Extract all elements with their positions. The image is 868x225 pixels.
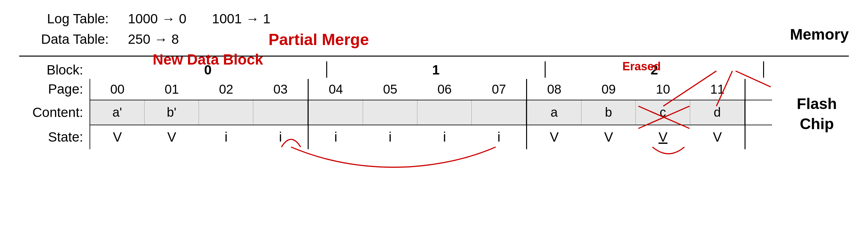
- state-row-grid: V V i i i i i: [90, 125, 772, 149]
- page-05: 05: [363, 82, 417, 97]
- content-00: a': [90, 100, 145, 125]
- content-07: [472, 100, 526, 125]
- page-04: 04: [309, 82, 363, 97]
- content-08: a: [527, 100, 582, 125]
- pages-row: 00 01 02 03 04 05 06 07 08 09 10 11: [90, 79, 772, 100]
- page-06: 06: [417, 82, 472, 97]
- data-entry-0: 250 → 8: [128, 30, 179, 49]
- content-10: c: [636, 100, 690, 125]
- content-divider-3: [745, 100, 745, 125]
- data-table-label: Data Table:: [19, 30, 109, 49]
- main-container: Log Table: 1000 → 0 1001 → 1 Data Table:…: [0, 0, 868, 225]
- state-10: V: [636, 129, 690, 145]
- data-key-0: 250: [128, 30, 150, 49]
- data-val-0: 8: [172, 30, 179, 49]
- log-entry-1: 1001 → 1: [212, 9, 271, 28]
- partial-merge-label: Partial Merge: [268, 28, 369, 51]
- flash-chip-container: FlashChip: [785, 79, 849, 149]
- state-04: i: [309, 129, 363, 145]
- page-09: 09: [582, 82, 636, 97]
- state-09: V: [582, 129, 636, 145]
- page-divider-3: [745, 79, 745, 100]
- log-table-values: 1000 → 0 1001 → 1: [128, 9, 271, 28]
- content-03: [253, 100, 308, 125]
- state-03: i: [253, 129, 308, 145]
- page-10: 10: [636, 82, 690, 97]
- state-07: i: [472, 129, 526, 145]
- content-09: b: [582, 100, 636, 125]
- log-table-row: Log Table: 1000 → 0 1001 → 1: [19, 9, 849, 28]
- data-table-values: 250 → 8 Partial Merge: [128, 28, 369, 51]
- block-row-label: Block:: [19, 61, 90, 79]
- content-01: b': [145, 100, 199, 125]
- content-11: d: [690, 100, 745, 125]
- page-07: 07: [472, 82, 526, 97]
- state-05: i: [363, 129, 417, 145]
- top-info: Log Table: 1000 → 0 1001 → 1 Data Table:…: [19, 9, 849, 51]
- flash-section: Block: Page: Content: State: New Data Bl…: [19, 61, 849, 149]
- state-row-label: State:: [19, 125, 90, 149]
- block-2-label: 2 Erased: [546, 62, 763, 78]
- state-00: V: [90, 129, 145, 145]
- state-11: V: [690, 129, 745, 145]
- log-val-1: 1: [263, 9, 270, 28]
- erased-label: Erased: [622, 60, 661, 73]
- arrow-1: →: [246, 9, 259, 28]
- page-11: 11: [690, 82, 745, 97]
- content-04: [309, 100, 363, 125]
- page-row-label: Page:: [19, 79, 90, 100]
- state-08: V: [527, 129, 582, 145]
- block-1-num: 1: [432, 62, 439, 78]
- page-00: 00: [90, 82, 145, 97]
- block-0-label: New Data Block 0: [90, 53, 326, 78]
- blocks-row: New Data Block 0 1 2 Erased: [90, 61, 772, 79]
- state-02: i: [199, 129, 253, 145]
- log-val-0: 0: [179, 9, 186, 28]
- content-row-label: Content:: [19, 100, 90, 125]
- block-divider-3: [763, 61, 764, 78]
- content-05: [363, 100, 417, 125]
- page-08: 08: [527, 82, 582, 97]
- page-01: 01: [145, 82, 199, 97]
- log-key-0: 1000: [128, 9, 158, 28]
- state-divider-3: [745, 125, 745, 149]
- content-02: [199, 100, 253, 125]
- arrow-0: →: [161, 9, 175, 28]
- page-03: 03: [253, 82, 308, 97]
- state-06: i: [417, 129, 472, 145]
- page-02: 02: [199, 82, 253, 97]
- new-data-block-label: New Data Block: [90, 51, 326, 68]
- memory-label: Memory: [790, 26, 849, 43]
- log-table-label: Log Table:: [19, 9, 109, 28]
- content-row-grid: a' b' a b c d: [90, 100, 772, 125]
- flash-chip-label: FlashChip: [797, 94, 837, 134]
- data-table-row: Data Table: 250 → 8 Partial Merge: [19, 28, 849, 51]
- content-06: [417, 100, 472, 125]
- log-key-1: 1001: [212, 9, 242, 28]
- row-labels: Block: Page: Content: State:: [19, 61, 90, 149]
- block-1-label: 1: [327, 62, 545, 78]
- log-entry-0: 1000 → 0: [128, 9, 186, 28]
- state-01: V: [145, 129, 199, 145]
- arrow-2: →: [154, 30, 167, 49]
- grid-area: New Data Block 0 1 2 Erased 00 01: [90, 61, 772, 149]
